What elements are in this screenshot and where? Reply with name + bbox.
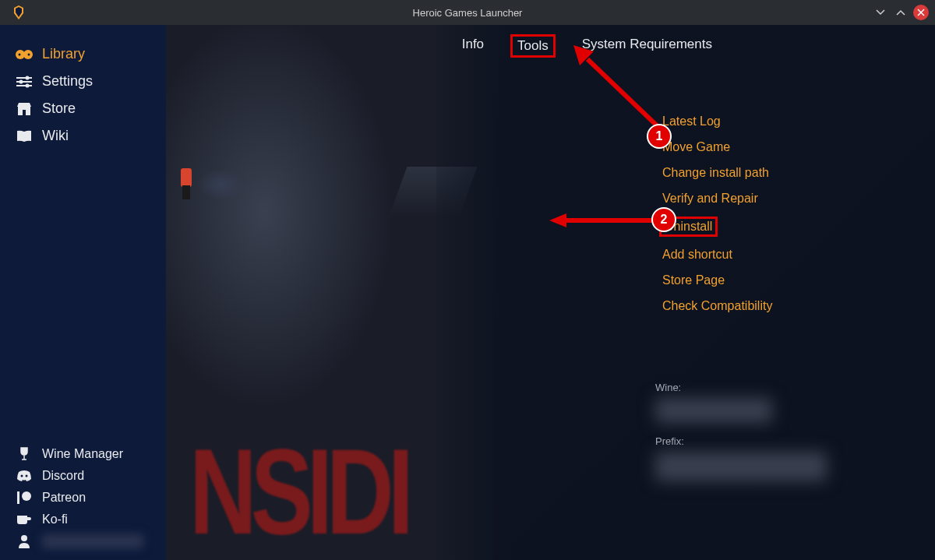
tools-menu: Latest Log Move Game Change install path… bbox=[659, 114, 775, 314]
svg-point-15 bbox=[22, 491, 31, 501]
runtime-info: Wine: Prefix: bbox=[655, 382, 827, 494]
sidebar-item-library[interactable]: Library bbox=[0, 41, 166, 68]
sidebar-label: Library bbox=[42, 46, 85, 62]
sidebar-item-wine-manager[interactable]: Wine Manager bbox=[0, 443, 166, 465]
game-title-art: NSIDI bbox=[189, 421, 408, 560]
sidebar-item-wiki[interactable]: Wiki bbox=[0, 122, 166, 150]
svg-rect-14 bbox=[17, 491, 19, 504]
gamepad-icon bbox=[16, 49, 33, 60]
sidebar-item-discord[interactable]: Discord bbox=[0, 465, 166, 487]
tab-info[interactable]: Info bbox=[457, 34, 489, 58]
annotation-arrow-1 bbox=[573, 45, 675, 143]
svg-rect-11 bbox=[23, 110, 26, 115]
wine-label: Wine: bbox=[655, 382, 827, 393]
svg-point-13 bbox=[26, 474, 28, 477]
sidebar-label: Wiki bbox=[42, 128, 69, 144]
prefix-value-blurred bbox=[655, 452, 827, 481]
svg-point-7 bbox=[19, 79, 23, 83]
store-icon bbox=[16, 102, 33, 116]
tool-uninstall[interactable]: Uninstall bbox=[659, 217, 718, 237]
book-icon bbox=[16, 130, 33, 143]
sidebar-item-patreon[interactable]: Patreon bbox=[0, 487, 166, 509]
sidebar-item-store[interactable]: Store bbox=[0, 95, 166, 122]
sidebar-label: Settings bbox=[42, 73, 93, 90]
minimize-button[interactable] bbox=[873, 5, 888, 20]
svg-point-3 bbox=[28, 53, 30, 55]
maximize-button[interactable] bbox=[893, 5, 909, 20]
annotation-arrow-2 bbox=[549, 213, 662, 228]
tab-tools[interactable]: Tools bbox=[510, 34, 556, 58]
sidebar-label: Discord bbox=[42, 469, 84, 483]
svg-point-9 bbox=[26, 83, 30, 87]
svg-marker-20 bbox=[549, 213, 566, 227]
sidebar-item-settings[interactable]: Settings bbox=[0, 68, 166, 95]
tool-add-shortcut[interactable]: Add shortcut bbox=[659, 247, 736, 262]
user-icon bbox=[16, 534, 33, 548]
svg-point-16 bbox=[21, 535, 27, 541]
kofi-icon bbox=[16, 514, 33, 526]
discord-icon bbox=[16, 470, 33, 482]
tool-verify-repair[interactable]: Verify and Repair bbox=[659, 191, 761, 206]
sidebar-label: Patreon bbox=[42, 491, 86, 505]
sidebar-label: Store bbox=[42, 100, 76, 117]
titlebar: Heroic Games Launcher bbox=[0, 0, 935, 25]
user-name-blurred bbox=[42, 534, 143, 548]
svg-point-5 bbox=[26, 76, 30, 79]
window-title: Heroic Games Launcher bbox=[413, 7, 523, 19]
sidebar-item-user[interactable] bbox=[0, 530, 166, 552]
svg-point-2 bbox=[19, 53, 21, 55]
app-icon bbox=[6, 5, 31, 19]
sidebar-item-kofi[interactable]: Ko-fi bbox=[0, 509, 166, 530]
svg-point-12 bbox=[21, 474, 23, 477]
prefix-label: Prefix: bbox=[655, 435, 827, 447]
patreon-icon bbox=[16, 491, 33, 504]
sliders-icon bbox=[16, 76, 33, 88]
close-button[interactable] bbox=[913, 5, 929, 20]
tool-store-page[interactable]: Store Page bbox=[659, 273, 728, 288]
main-content: NSIDI Info Tools System Requirements Lat… bbox=[166, 25, 935, 560]
sidebar-label: Ko-fi bbox=[42, 512, 68, 527]
tool-change-install-path[interactable]: Change install path bbox=[659, 165, 772, 181]
sidebar-label: Wine Manager bbox=[42, 447, 123, 461]
svg-line-17 bbox=[587, 59, 661, 129]
tool-check-compatibility[interactable]: Check Compatibility bbox=[659, 298, 775, 314]
sidebar: Library Settings Store Wiki Wine Manager bbox=[0, 25, 166, 560]
wine-icon bbox=[16, 447, 33, 461]
wine-value-blurred bbox=[655, 398, 772, 423]
